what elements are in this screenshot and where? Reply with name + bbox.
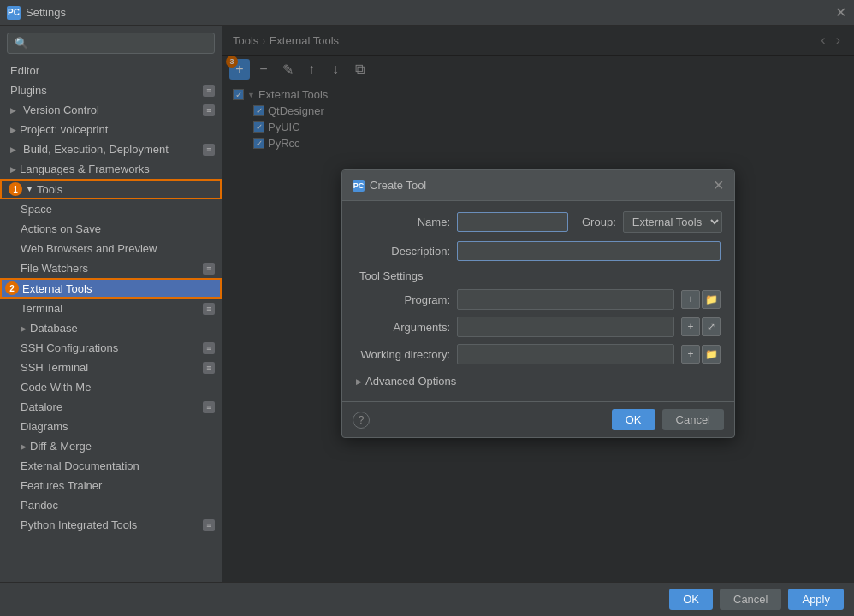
dialog-close-button[interactable]: ✕	[713, 177, 724, 193]
sidebar-item-label: Diagrams	[21, 420, 68, 433]
ssh-terminal-badge: ≡	[203, 362, 215, 374]
program-browse-button[interactable]: 📁	[702, 290, 721, 309]
working-dir-add-button[interactable]: +	[681, 345, 700, 364]
title-bar: PC Settings ✕	[0, 0, 854, 26]
sidebar-item-label: SSH Configurations	[21, 341, 118, 354]
app-icon: PC	[7, 6, 21, 20]
advanced-options-toggle[interactable]: ▶ Advanced Options	[356, 371, 721, 391]
sidebar-item-build[interactable]: ▶ Build, Execution, Deployment ≡	[0, 139, 222, 159]
close-button[interactable]: ✕	[833, 6, 847, 20]
working-directory-label: Working directory:	[356, 348, 450, 361]
sidebar-item-code-with-me[interactable]: Code With Me	[0, 377, 222, 397]
program-row: Program: + 📁	[356, 289, 721, 310]
sidebar-item-web-browsers[interactable]: Web Browsers and Preview	[0, 239, 222, 258]
sidebar-item-label: Pandoc	[21, 499, 58, 512]
working-directory-input[interactable]	[457, 344, 674, 364]
python-tools-badge: ≡	[203, 519, 215, 531]
create-tool-dialog: PC Create Tool ✕ Name: Group: External T…	[341, 169, 735, 438]
datalore-badge: ≡	[203, 401, 215, 413]
dialog-footer-right: OK Cancel	[612, 409, 724, 430]
sidebar-item-label: SSH Terminal	[21, 361, 88, 374]
tool-settings-header: Tool Settings	[356, 270, 721, 282]
badge-1-icon: 1	[9, 182, 22, 196]
sidebar-item-editor[interactable]: Editor	[0, 61, 222, 80]
cancel-button[interactable]: Cancel	[720, 589, 781, 610]
sidebar-item-label: Project: voiceprint	[20, 123, 108, 136]
sidebar-item-label: Build, Execution, Deployment	[23, 143, 169, 156]
help-button[interactable]: ?	[353, 412, 370, 429]
group-select[interactable]: External Tools	[623, 211, 722, 233]
sidebar-item-label: Terminal	[21, 302, 62, 315]
window-title: Settings	[26, 6, 833, 19]
sidebar-item-external-tools[interactable]: 2 External Tools	[0, 278, 222, 299]
sidebar-item-diff-merge[interactable]: ▶ Diff & Merge	[0, 436, 222, 456]
arguments-expand-button[interactable]: ⤢	[702, 317, 721, 336]
sidebar-item-features-trainer[interactable]: Features Trainer	[0, 476, 222, 495]
dialog-footer: ? OK Cancel	[342, 401, 734, 437]
bottom-bar: OK Cancel Apply	[0, 582, 854, 616]
expand-arrow-icon: ▶	[10, 145, 16, 154]
sidebar-item-version-control[interactable]: ▶ Version Control ≡	[0, 100, 222, 120]
badge-2-icon: 2	[5, 281, 19, 295]
group-label: Group:	[582, 216, 616, 228]
dialog-cancel-button[interactable]: Cancel	[662, 409, 724, 430]
expand-arrow-icon: ▼	[26, 185, 33, 193]
dialog-footer-left: ?	[353, 412, 605, 429]
main-layout: Editor Plugins ≡ ▶ Version Control ≡ ▶ P…	[0, 26, 854, 582]
program-label: Program:	[356, 293, 450, 306]
working-directory-row: Working directory: + 📁	[356, 344, 721, 364]
sidebar-item-label: File Watchers	[21, 262, 88, 275]
sidebar-item-space[interactable]: Space	[0, 199, 222, 219]
arguments-add-button[interactable]: +	[681, 317, 700, 336]
expand-arrow-icon: ▶	[10, 126, 16, 134]
arguments-input[interactable]	[457, 317, 674, 337]
program-add-button[interactable]: +	[681, 290, 700, 309]
sidebar-item-project[interactable]: ▶ Project: voiceprint	[0, 120, 222, 139]
dialog-ok-button[interactable]: OK	[612, 409, 655, 430]
description-label: Description:	[356, 245, 450, 258]
ok-button[interactable]: OK	[669, 589, 713, 610]
arguments-actions: + ⤢	[681, 317, 721, 336]
sidebar-item-label: Plugins	[10, 84, 47, 97]
name-input[interactable]	[457, 212, 568, 232]
sidebar-item-ssh-terminal[interactable]: SSH Terminal ≡	[0, 358, 222, 377]
sidebar-item-languages[interactable]: ▶ Languages & Frameworks	[0, 159, 222, 179]
sidebar-item-actions-save[interactable]: Actions on Save	[0, 219, 222, 239]
working-dir-browse-button[interactable]: 📁	[702, 345, 721, 364]
ssh-config-badge: ≡	[203, 342, 215, 354]
apply-button[interactable]: Apply	[788, 589, 844, 610]
expand-arrow-icon: ▶	[10, 165, 16, 174]
description-input[interactable]	[457, 241, 721, 261]
version-control-badge: ≡	[203, 104, 215, 116]
sidebar-item-label: Editor	[10, 64, 39, 77]
name-label: Name:	[356, 216, 450, 228]
expand-arrow-icon: ▶	[21, 442, 27, 451]
build-badge: ≡	[203, 144, 215, 156]
sidebar-item-database[interactable]: ▶ Database	[0, 318, 222, 338]
plugins-badge: ≡	[203, 85, 215, 97]
sidebar-item-ssh-config[interactable]: SSH Configurations ≡	[0, 338, 222, 358]
program-input[interactable]	[457, 289, 674, 310]
sidebar-item-label: Code With Me	[21, 381, 91, 394]
arguments-row: Arguments: + ⤢	[356, 317, 721, 337]
sidebar-item-label: Python Integrated Tools	[21, 518, 137, 531]
sidebar-item-plugins[interactable]: Plugins ≡	[0, 80, 222, 100]
dialog-title-bar: PC Create Tool ✕	[342, 170, 734, 201]
sidebar-item-terminal[interactable]: Terminal ≡	[0, 299, 222, 318]
sidebar-item-python-tools[interactable]: Python Integrated Tools ≡	[0, 515, 222, 535]
adv-options-label: Advanced Options	[365, 375, 456, 388]
sidebar-item-label: Diff & Merge	[30, 440, 92, 453]
sidebar-item-pandoc[interactable]: Pandoc	[0, 495, 222, 515]
sidebar-item-tools[interactable]: 1 ▼ Tools	[0, 179, 222, 199]
dialog-overlay: PC Create Tool ✕ Name: Group: External T…	[222, 26, 854, 582]
dialog-icon: PC	[353, 180, 365, 192]
search-input[interactable]	[7, 33, 215, 54]
sidebar-item-label: Datalore	[21, 400, 62, 413]
sidebar-item-ext-docs[interactable]: External Documentation	[0, 456, 222, 476]
sidebar-item-datalore[interactable]: Datalore ≡	[0, 397, 222, 417]
adv-options-arrow-icon: ▶	[356, 377, 362, 386]
sidebar-item-label: Space	[21, 203, 52, 216]
sidebar-item-diagrams[interactable]: Diagrams	[0, 417, 222, 436]
sidebar-item-file-watchers[interactable]: File Watchers ≡	[0, 258, 222, 278]
sidebar-item-label: External Documentation	[21, 459, 139, 472]
